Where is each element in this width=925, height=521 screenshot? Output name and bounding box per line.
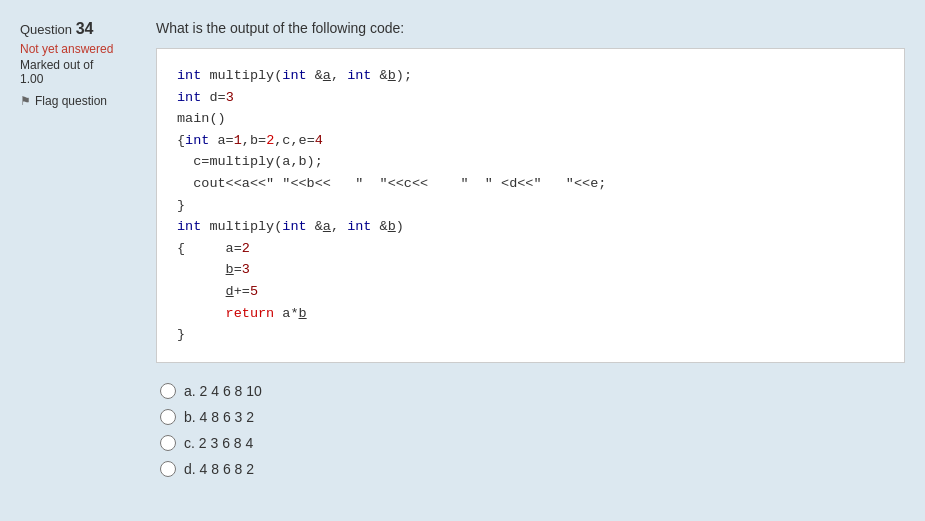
flag-icon: ⚑ [20,94,31,108]
option-b-radio[interactable] [160,409,176,425]
not-answered-status: Not yet answered [20,42,140,56]
option-c[interactable]: c. 2 3 6 8 4 [160,435,905,451]
main-content: What is the output of the following code… [156,20,905,501]
option-a[interactable]: a. 2 4 6 8 10 [160,383,905,399]
page-container: Question 34 Not yet answered Marked out … [0,0,925,521]
option-d-radio[interactable] [160,461,176,477]
flag-question-button[interactable]: ⚑ Flag question [20,94,140,108]
sidebar: Question 34 Not yet answered Marked out … [20,20,140,501]
option-d[interactable]: d. 4 8 6 8 2 [160,461,905,477]
option-b[interactable]: b. 4 8 6 3 2 [160,409,905,425]
question-text: What is the output of the following code… [156,20,905,36]
option-a-radio[interactable] [160,383,176,399]
option-c-radio[interactable] [160,435,176,451]
code-block: int multiply(int &a, int &b); int d=3 ma… [156,48,905,363]
question-label: Question 34 [20,20,140,38]
options-list: a. 2 4 6 8 10 b. 4 8 6 3 2 c. 2 3 6 8 4 … [156,383,905,477]
marked-out-of: Marked out of 1.00 [20,58,140,86]
